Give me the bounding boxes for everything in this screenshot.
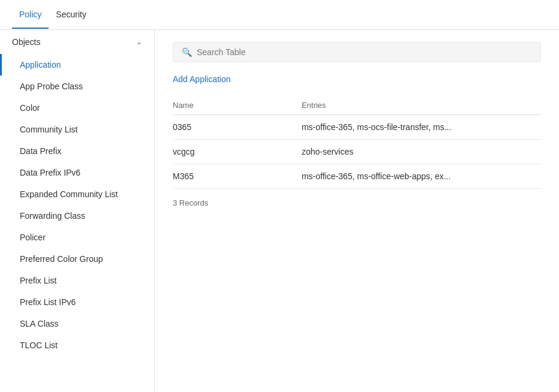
sidebar-section-label: Objects <box>12 37 40 47</box>
cell-name: vcgcg <box>173 140 302 164</box>
chevron-down-icon: ⌄ <box>136 38 142 46</box>
sidebar: Objects ⌄ Application App Probe Class Co… <box>0 30 155 392</box>
add-application-button[interactable]: Add Application <box>173 74 231 84</box>
tab-policy[interactable]: Policy <box>12 1 49 29</box>
search-input[interactable] <box>197 47 532 57</box>
sidebar-item-data-prefix-ipv6[interactable]: Data Prefix IPv6 <box>0 162 154 183</box>
sidebar-section-objects[interactable]: Objects ⌄ <box>0 30 154 54</box>
sidebar-item-sla-class[interactable]: SLA Class <box>0 313 154 334</box>
table-row[interactable]: 0365ms-office-365, ms-ocs-file-transfer,… <box>173 115 541 140</box>
column-header-name: Name <box>173 96 302 115</box>
cell-entries: ms-office-365, ms-office-web-apps, ex... <box>302 164 541 189</box>
column-header-entries: Entries <box>302 96 541 115</box>
search-icon: 🔍 <box>182 47 192 57</box>
sidebar-item-application[interactable]: Application <box>0 54 154 76</box>
sidebar-item-tloc-list[interactable]: TLOC List <box>0 334 154 356</box>
sidebar-item-app-probe-class[interactable]: App Probe Class <box>0 76 154 97</box>
search-bar: 🔍 <box>173 42 541 62</box>
main-layout: Objects ⌄ Application App Probe Class Co… <box>0 30 559 392</box>
top-tabs: Policy Security <box>0 0 559 30</box>
cell-name: 0365 <box>173 115 302 140</box>
applications-table: Name Entries 0365ms-office-365, ms-ocs-f… <box>173 96 541 189</box>
sidebar-item-data-prefix[interactable]: Data Prefix <box>0 140 154 162</box>
sidebar-item-color[interactable]: Color <box>0 97 154 119</box>
sidebar-item-preferred-color-group[interactable]: Preferred Color Group <box>0 248 154 270</box>
records-count: 3 Records <box>173 198 541 207</box>
table-row[interactable]: M365ms-office-365, ms-office-web-apps, e… <box>173 164 541 189</box>
cell-name: M365 <box>173 164 302 189</box>
cell-entries: ms-office-365, ms-ocs-file-transfer, ms.… <box>302 115 541 140</box>
table-row[interactable]: vcgcgzoho-services <box>173 140 541 164</box>
sidebar-item-community-list[interactable]: Community List <box>0 119 154 140</box>
sidebar-item-forwarding-class[interactable]: Forwarding Class <box>0 205 154 227</box>
sidebar-item-expanded-community-list[interactable]: Expanded Community List <box>0 183 154 205</box>
sidebar-item-policer[interactable]: Policer <box>0 227 154 248</box>
content-area: 🔍 Add Application Name Entries 0365ms-of… <box>155 30 559 392</box>
cell-entries: zoho-services <box>302 140 541 164</box>
sidebar-item-prefix-list-ipv6[interactable]: Prefix List IPv6 <box>0 291 154 313</box>
tab-security[interactable]: Security <box>49 1 94 29</box>
sidebar-item-prefix-list[interactable]: Prefix List <box>0 270 154 291</box>
